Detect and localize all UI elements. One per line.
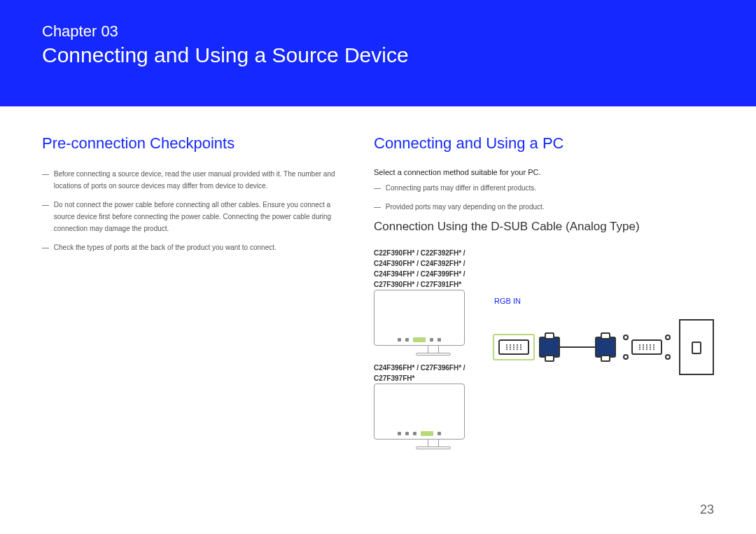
pre-connection-heading: Pre-connection Checkpoints [42, 134, 353, 153]
note-text: Before connecting a source device, read … [54, 168, 351, 192]
note-item: ― Check the types of ports at the back o… [42, 241, 353, 253]
monitor-illustration [374, 290, 493, 356]
highlighted-port [413, 337, 426, 342]
screw-icon [623, 335, 629, 360]
connection-diagram: C22F390FH* / C22F392FH* / C24F390FH* / C… [374, 248, 714, 456]
connecting-pc-heading: Connecting and Using a PC [374, 134, 714, 153]
note-item: ― Provided ports may vary depending on t… [374, 201, 714, 213]
screw-icon [665, 335, 671, 360]
chapter-label: Chapter 03 [42, 22, 714, 41]
left-column: Pre-connection Checkpoints ― Before conn… [42, 134, 374, 456]
dash-icon: ― [42, 168, 52, 180]
dsub-plug-icon [595, 337, 616, 358]
dsub-plug-icon [539, 337, 560, 358]
dash-icon: ― [42, 199, 52, 211]
right-column: Connecting and Using a PC Select a conne… [374, 134, 714, 456]
note-item: ― Connecting parts may differ in differe… [374, 182, 714, 194]
model-list-1: C22F390FH* / C22F392FH* / C24F390FH* / C… [374, 248, 493, 290]
dash-icon: ― [42, 241, 52, 253]
cable-line [560, 346, 595, 348]
rgb-port-icon [493, 334, 535, 360]
highlighted-port [421, 431, 433, 436]
monitors-column: C22F390FH* / C22F392FH* / C24F390FH* / C… [374, 248, 493, 456]
dsub-subheading: Connection Using the D-SUB Cable (Analog… [374, 220, 714, 234]
rgb-in-label: RGB IN [494, 297, 714, 305]
cable-diagram: RGB IN [493, 297, 714, 375]
dash-icon: ― [374, 182, 384, 194]
dash-icon: ― [374, 201, 384, 213]
model-list-2: C24F396FH* / C27F396FH* / C27F397FH* [374, 363, 493, 384]
note-text: Do not connect the power cable before co… [54, 199, 351, 234]
note-item: ― Before connecting a source device, rea… [42, 168, 353, 192]
note-text: Provided ports may vary depending on the… [386, 201, 712, 213]
chapter-title: Connecting and Using a Source Device [42, 43, 714, 67]
note-item: ― Do not connect the power cable before … [42, 199, 353, 234]
chapter-banner: Chapter 03 Connecting and Using a Source… [0, 0, 756, 106]
pc-illustration [679, 319, 714, 375]
lead-text: Select a connection method suitable for … [374, 168, 714, 176]
monitor-illustration [374, 384, 493, 449]
note-text: Connecting parts may differ in different… [386, 182, 712, 194]
page-number: 23 [700, 503, 714, 517]
content-area: Pre-connection Checkpoints ― Before conn… [0, 106, 756, 456]
note-text: Check the types of ports at the back of … [54, 241, 351, 253]
pc-port-icon [631, 339, 662, 355]
